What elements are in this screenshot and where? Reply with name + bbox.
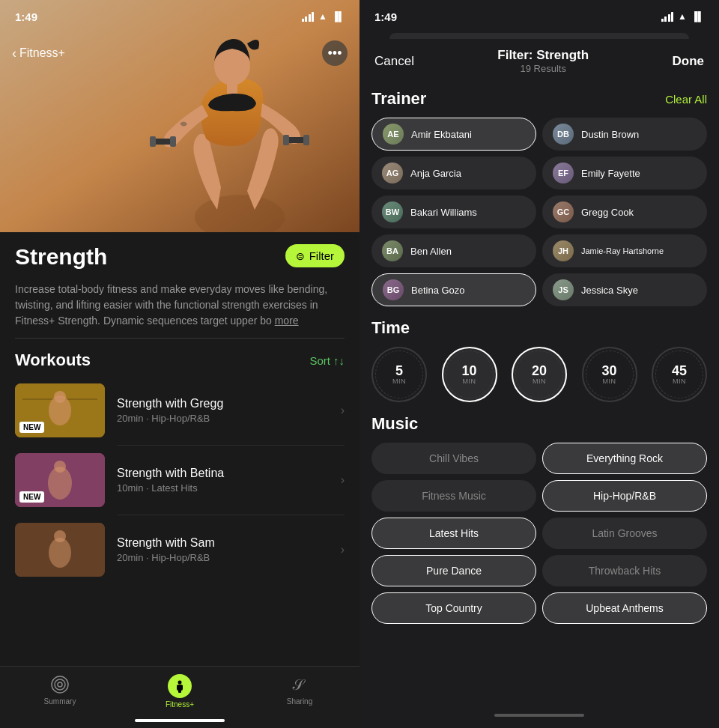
time-20-num: 20 [532, 364, 547, 377]
music-label-everything-rock: Everything Rock [586, 452, 663, 464]
trainer-ben[interactable]: BA Ben Allen [371, 234, 536, 267]
music-label-top-country: Top Country [425, 602, 482, 614]
music-label-latin-grooves: Latin Grooves [592, 527, 657, 539]
time-10[interactable]: 10 MIN [442, 347, 497, 402]
battery-icon: ▐▌ [332, 11, 345, 22]
music-grid: Chill Vibes Everything Rock Fitness Musi… [371, 443, 707, 624]
workout-info: Strength with Gregg 20min · Hip-Hop/R&B [117, 397, 329, 424]
trainer-avatar-jamie: JH [553, 240, 574, 261]
chevron-right-icon: › [341, 404, 345, 417]
home-bar [494, 714, 584, 717]
tab-summary[interactable]: Summary [0, 674, 120, 706]
workouts-title: Workouts [15, 351, 91, 370]
music-hiphop[interactable]: Hip-Hop/R&B [542, 480, 707, 512]
trainer-jamie[interactable]: JH Jamie-Ray Hartshorne [542, 234, 707, 267]
music-everything-rock[interactable]: Everything Rock [542, 443, 707, 474]
filter-icon: ⊜ [296, 250, 305, 262]
tab-summary-label: Summary [44, 697, 76, 706]
trainer-name-betina: Betina Gozo [411, 285, 465, 296]
top-nav: ‹ Fitness+ ••• [0, 33, 360, 73]
tab-sharing[interactable]: 𝒮 Sharing [240, 674, 360, 706]
music-throwback[interactable]: Throwback Hits [542, 555, 707, 586]
workout-thumb-betina: NEW [15, 453, 105, 507]
cancel-button[interactable]: Cancel [374, 54, 414, 69]
wifi-icon-right: ▲ [678, 11, 687, 22]
section-title: Strength [15, 244, 107, 270]
home-indicator [135, 719, 225, 722]
trainer-name-jessica: Jessica Skye [581, 285, 638, 296]
workout-name: Strength with Sam [117, 536, 329, 550]
time-30[interactable]: 30 MIN [582, 347, 637, 402]
trainer-dustin[interactable]: DB Dustin Brown [542, 118, 707, 151]
music-top-country[interactable]: Top Country [371, 592, 536, 624]
trainer-name-anja: Anja Garcia [410, 168, 461, 179]
time-5-num: 5 [395, 364, 403, 377]
summary-icon [49, 674, 70, 695]
music-title: Music [371, 414, 707, 434]
trainer-section-header: Trainer Clear All [371, 89, 707, 109]
workout-item[interactable]: Strength with Sam 20min · Hip-Hop/R&B › [0, 515, 360, 584]
trainer-amir[interactable]: AE Amir Ekbatani [371, 118, 536, 151]
music-label-pure-dance: Pure Dance [426, 565, 482, 577]
more-link[interactable]: more [275, 315, 299, 327]
tab-fitness[interactable]: Fitness+ [120, 674, 240, 709]
sheet-handle [389, 33, 689, 39]
time-45[interactable]: 45 MIN [652, 347, 707, 402]
workout-name: Strength with Gregg [117, 397, 329, 410]
signal-icon-right [661, 12, 674, 22]
back-button[interactable]: ‹ Fitness+ [12, 46, 65, 61]
trainer-jessica[interactable]: JS Jessica Skye [542, 273, 707, 306]
trainer-betina[interactable]: BG Betina Gozo [371, 273, 536, 306]
music-chill-vibes[interactable]: Chill Vibes [371, 443, 536, 474]
workout-thumb-gregg: NEW [15, 383, 105, 437]
done-button[interactable]: Done [672, 54, 704, 69]
tab-fitness-label: Fitness+ [166, 700, 194, 709]
music-pure-dance[interactable]: Pure Dance [371, 555, 536, 586]
trainer-avatar-ben: BA [382, 240, 403, 261]
time-5-label: MIN [392, 377, 406, 385]
workout-meta: 10min · Latest Hits [117, 482, 329, 494]
music-fitness-music[interactable]: Fitness Music [371, 480, 536, 512]
status-time-left: 1:49 [15, 10, 37, 23]
trainer-name-bakari: Bakari Williams [410, 207, 477, 218]
workout-meta: 20min · Hip-Hop/R&B [117, 413, 329, 424]
filter-button[interactable]: ⊜ Filter [285, 244, 345, 267]
status-time-right: 1:49 [374, 10, 397, 23]
music-latin-grooves[interactable]: Latin Grooves [542, 518, 707, 549]
svg-point-25 [58, 682, 62, 687]
trainer-name-ben: Ben Allen [410, 246, 452, 257]
trainer-name-gregg: Gregg Cook [581, 207, 634, 218]
workout-info: Strength with Sam 20min · Hip-Hop/R&B [117, 536, 329, 563]
trainer-emily[interactable]: EF Emily Fayette [542, 157, 707, 189]
music-latest-hits[interactable]: Latest Hits [371, 518, 536, 549]
left-panel: ‹ Fitness+ ••• 1:49 ▲ ▐▌ Strength ⊜ Filt… [0, 0, 360, 728]
trainer-bakari[interactable]: BW Bakari Williams [371, 195, 536, 228]
clear-all-button[interactable]: Clear All [665, 93, 707, 106]
workout-item[interactable]: NEW Strength with Gregg 20min · Hip-Hop/… [0, 376, 360, 445]
workout-item[interactable]: NEW Strength with Betina 10min · Latest … [0, 446, 360, 515]
trainer-gregg[interactable]: GC Gregg Cook [542, 195, 707, 228]
time-10-label: MIN [463, 377, 476, 385]
time-5[interactable]: 5 MIN [371, 347, 427, 402]
sort-button[interactable]: Sort ↑↓ [309, 354, 345, 367]
back-chevron-icon: ‹ [12, 46, 16, 61]
trainer-avatar-dustin: DB [553, 124, 574, 145]
time-20-label: MIN [533, 377, 546, 385]
time-title: Time [371, 318, 707, 338]
time-10-num: 10 [461, 364, 476, 377]
svg-rect-6 [283, 135, 289, 145]
music-upbeat-anthems[interactable]: Upbeat Anthems [542, 592, 707, 624]
status-bar-right: 1:49 ▲ ▐▌ [360, 0, 719, 33]
time-45-label: MIN [673, 377, 686, 385]
filter-title: Filter: Strength [497, 48, 589, 63]
svg-point-24 [55, 679, 65, 690]
time-20[interactable]: 20 MIN [512, 347, 567, 402]
more-button[interactable]: ••• [322, 40, 348, 66]
music-label-hiphop: Hip-Hop/R&B [593, 490, 656, 502]
time-45-num: 45 [672, 364, 687, 377]
trainer-anja[interactable]: AG Anja Garcia [371, 157, 536, 189]
music-section: Music Chill Vibes Everything Rock Fitnes… [371, 414, 707, 624]
filter-results: 19 Results [497, 63, 589, 74]
trainer-name-jamie: Jamie-Ray Hartshorne [581, 246, 664, 255]
trainer-avatar-emily: EF [553, 163, 574, 183]
